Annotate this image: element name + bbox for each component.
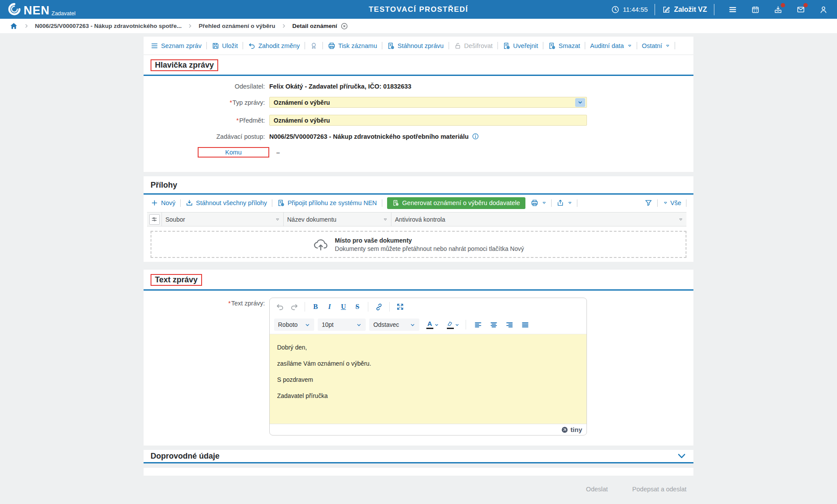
editor-content-area[interactable]: Dobrý den, zasíláme Vám oznámení o výběr…	[270, 334, 587, 424]
download-message-button[interactable]: Stáhnout zprávu	[387, 42, 444, 50]
cloud-upload-icon	[313, 237, 329, 252]
document-gear-icon	[387, 42, 395, 50]
toolbar-separator	[243, 42, 243, 49]
breadcrumb-chevron-icon	[24, 23, 29, 29]
home-icon[interactable]	[10, 22, 18, 30]
text-section-header: Text zprávy	[144, 270, 693, 288]
bold-button[interactable]: B	[309, 301, 322, 313]
sign-and-send-button[interactable]: Podepsat a odeslat	[632, 486, 686, 493]
recipient-link[interactable]: Komu	[225, 149, 242, 156]
dropdown-arrow-icon	[663, 201, 668, 205]
print-attachments-button[interactable]	[531, 199, 546, 207]
undo-button[interactable]	[274, 301, 286, 313]
delete-button[interactable]: Smazat	[548, 42, 580, 50]
attach-from-nen-button[interactable]: Připojit přílohu ze systému NEN	[277, 199, 377, 207]
inbox-button[interactable]	[773, 5, 783, 14]
dropdown-arrow-icon	[542, 201, 546, 205]
column-header-soubor[interactable]: Soubor	[162, 213, 284, 226]
show-all-filter[interactable]: Vše	[662, 199, 681, 206]
download-all-attachments-button[interactable]: Stáhnout všechny přílohy	[185, 199, 267, 207]
italic-button[interactable]: I	[323, 301, 336, 313]
toolbar-separator	[382, 42, 382, 49]
align-justify-button[interactable]	[519, 319, 532, 331]
column-settings-button[interactable]	[149, 214, 160, 225]
align-right-button[interactable]	[504, 319, 516, 331]
subject-label: *Předmět:	[144, 117, 269, 124]
accompanying-data-card[interactable]: Doprovodné údaje	[144, 450, 693, 463]
breadcrumb-item-overview[interactable]: Přehled oznámení o výběru	[199, 23, 275, 29]
attachments-filter-group: Vše	[645, 199, 686, 207]
messages-button[interactable]	[796, 5, 806, 14]
attachments-toolbar: Nový Stáhnout všechny přílohy Připojit p…	[144, 196, 693, 209]
select-expand-button[interactable]	[575, 98, 585, 107]
export-attachments-button[interactable]	[556, 199, 572, 207]
tiny-brand-label[interactable]: tiny	[570, 426, 582, 433]
generate-notice-button[interactable]: Generovat oznámení o výběru dodavatele	[387, 197, 525, 209]
subject-value: Oznámení o výběru	[274, 117, 330, 124]
filter-button[interactable]	[645, 199, 652, 207]
other-menu[interactable]: Ostatní	[642, 42, 670, 49]
nen-logo[interactable]: NEN Zadavatel	[8, 3, 75, 17]
breadcrumb-item-procedure[interactable]: N006/25/V00007263 - Nákup zdravotnického…	[35, 23, 182, 29]
column-header-nazev[interactable]: Název dokumentu	[284, 213, 391, 226]
strikethrough-button[interactable]: S	[351, 301, 364, 313]
font-size-select[interactable]: 10pt	[318, 319, 366, 331]
main-menu-button[interactable]	[728, 5, 738, 14]
send-button[interactable]: Odeslat	[586, 486, 608, 493]
dropdown-arrow-icon	[665, 44, 670, 48]
breadcrumb-chevron-icon	[281, 23, 287, 29]
redo-button[interactable]	[288, 301, 300, 313]
fullscreen-button[interactable]	[394, 301, 406, 313]
block-format-select[interactable]: Odstavec	[369, 319, 419, 331]
column-filter-arrow-icon[interactable]	[275, 217, 280, 222]
toolbar-separator	[686, 199, 686, 207]
underline-button[interactable]: U	[337, 301, 350, 313]
column-header-antivir[interactable]: Antivirová kontrola	[391, 213, 686, 226]
printer-icon	[328, 42, 336, 50]
breadcrumb-item-detail[interactable]: Detail oznámení	[292, 23, 337, 29]
close-tab-icon[interactable]	[340, 22, 348, 30]
decrypt-button: Dešifrovat	[454, 42, 493, 50]
section-title-text-zpravy: Text zprávy	[151, 274, 202, 286]
unlock-icon	[454, 42, 462, 50]
toolbar-separator	[657, 199, 658, 207]
print-record-button[interactable]: Tisk záznamu	[328, 42, 377, 50]
underline-glyph: U	[341, 303, 346, 311]
toolbar-separator	[305, 42, 305, 49]
list-icon	[151, 42, 158, 50]
column-filter-arrow-icon[interactable]	[383, 217, 388, 222]
toolbar-separator	[382, 199, 382, 207]
editor-toolbar-separator	[389, 302, 390, 312]
delete-label: Smazat	[559, 42, 580, 49]
message-type-select[interactable]: Oznámení o výběru	[269, 97, 587, 108]
inbox-notification-badge	[781, 3, 785, 7]
text-color-button[interactable]: A	[425, 320, 439, 329]
align-left-button[interactable]	[472, 319, 484, 331]
calendar-button[interactable]	[751, 5, 760, 14]
toolbar-separator	[551, 199, 552, 207]
message-list-button[interactable]: Seznam zpráv	[151, 42, 202, 50]
nen-logo-icon	[8, 3, 21, 16]
create-vz-button[interactable]: Založit VZ	[662, 5, 707, 14]
discard-changes-button[interactable]: Zahodit změny	[248, 42, 300, 50]
chevron-down-icon	[455, 322, 460, 328]
save-button[interactable]: Uložit	[212, 42, 238, 50]
align-center-button[interactable]	[488, 319, 500, 331]
publish-button[interactable]: Uveřejnit	[503, 42, 538, 50]
column-label: Antivirová kontrola	[395, 216, 445, 223]
nen-application: NEN Zadavatel TESTOVACÍ PROSTŘEDÍ 11:44:…	[0, 0, 837, 504]
printer-icon	[531, 199, 539, 207]
expand-section-chevron-icon[interactable]	[677, 451, 686, 461]
seal-button[interactable]	[310, 42, 318, 50]
font-family-select[interactable]: Roboto	[274, 319, 314, 331]
attachments-dropzone[interactable]: Místo pro vaše dokumenty Dokumenty sem m…	[151, 231, 686, 258]
user-profile-button[interactable]	[819, 5, 828, 14]
column-filter-arrow-icon[interactable]	[679, 217, 683, 222]
insert-link-button[interactable]	[373, 301, 385, 313]
new-attachment-button[interactable]: Nový	[151, 199, 175, 207]
audit-data-menu[interactable]: Auditní data	[590, 42, 631, 49]
subject-input[interactable]: Oznámení o výběru	[269, 115, 587, 126]
toolbar-separator	[449, 42, 449, 49]
highlight-color-button[interactable]	[446, 320, 460, 329]
info-icon[interactable]	[472, 133, 479, 140]
